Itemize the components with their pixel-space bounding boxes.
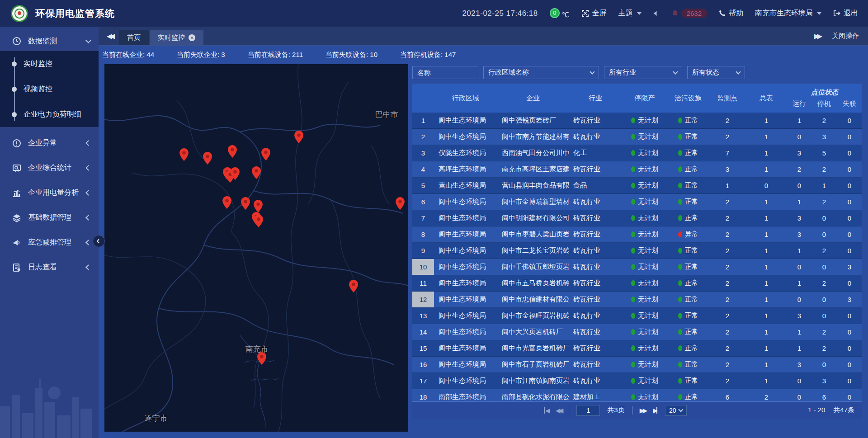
- map-pin-icon[interactable]: [222, 196, 231, 209]
- sidebar-group-企业异常[interactable]: 企业异常: [0, 131, 99, 155]
- table-row[interactable]: 16阆中生态环境局阆中市石子页岩机砖厂砖瓦行业无计划正常21300: [412, 357, 862, 373]
- org-dropdown[interactable]: 南充市生态环境局: [755, 9, 821, 18]
- cell-industry: 砖瓦行业: [569, 340, 622, 356]
- status-dot-green-icon: [631, 134, 635, 140]
- page-size-value: 20: [669, 407, 676, 414]
- table-row[interactable]: 3仪陇生态环境局西南油气田分公司川中化工无计划正常71350: [412, 145, 862, 161]
- cell-lost: 0: [836, 308, 862, 324]
- tab-首页[interactable]: 首页: [119, 30, 149, 45]
- name-filter-input[interactable]: [417, 69, 473, 76]
- cell-points: 7: [709, 145, 746, 161]
- map-pin-icon[interactable]: [257, 352, 266, 365]
- map-pin-icon[interactable]: [179, 148, 189, 161]
- map-pin-icon[interactable]: [203, 152, 212, 165]
- table-row[interactable]: 12阆中生态环境局阆中市忠信建材有限公砖瓦行业无计划正常21003: [412, 292, 862, 308]
- sidebar-group-基础数据管理[interactable]: 基础数据管理: [0, 205, 99, 230]
- tab-close-icon[interactable]: ✕: [189, 34, 195, 41]
- mute-speaker-button[interactable]: [653, 10, 660, 17]
- next-page-button[interactable]: ▶▶: [640, 407, 646, 414]
- tab-label: 首页: [127, 33, 141, 42]
- sidebar-item-实时监控[interactable]: 实时监控: [0, 51, 99, 76]
- map-panel[interactable]: 巴中市 南充市 遂宁市: [104, 64, 408, 432]
- notifications[interactable]: 2632: [672, 9, 707, 18]
- table-row[interactable]: 18南部生态环境局南部县砚化水泥有限公建材加工无计划正常62060: [412, 389, 862, 401]
- table-row[interactable]: 2阆中生态环境局阆中市南方节能建材有砖瓦行业无计划正常21030: [412, 129, 862, 145]
- map-pin-icon[interactable]: [349, 280, 358, 292]
- sidebar-group-label: 基础数据管理: [28, 213, 86, 222]
- theme-dropdown[interactable]: 主题: [618, 9, 642, 18]
- cell-facility: 异常: [667, 226, 709, 242]
- sidebar-group-数据监测[interactable]: 数据监测: [0, 31, 99, 51]
- cell-points: 2: [709, 210, 746, 226]
- table-row[interactable]: 13阆中生态环境局阆中市金福旺页岩机砖砖瓦行业无计划正常21300: [412, 308, 862, 324]
- prev-page-button[interactable]: ◀◀: [556, 407, 562, 414]
- cell-industry: 建材加工: [569, 389, 622, 401]
- cell-facility: 正常: [667, 373, 709, 389]
- table-row[interactable]: 15阆中生态环境局阆中市光富页岩机砖厂砖瓦行业无计划正常21120: [412, 340, 862, 357]
- industry-filter-select[interactable]: 所有行业: [604, 66, 682, 79]
- sidebar-group-企业综合统计[interactable]: 企业综合统计: [0, 155, 99, 180]
- fullscreen-icon: [581, 9, 589, 17]
- col-stop: 停机: [812, 99, 836, 108]
- cell-industry: 砖瓦行业: [569, 357, 622, 372]
- sidebar-group-应急减排管理[interactable]: 应急减排管理: [0, 230, 99, 255]
- table-row[interactable]: 9阆中生态环境局阆中市二龙长宝页岩砖砖瓦行业无计划正常21120: [412, 243, 862, 259]
- cell-points: 2: [709, 226, 746, 242]
- region-filter-select[interactable]: 行政区域名称: [483, 66, 599, 79]
- table-body: 1阆中生态环境局阆中强锐页岩砖厂砖瓦行业无计划正常211202阆中生态环境局阆中…: [412, 113, 862, 401]
- col-lost: 失联: [836, 99, 863, 108]
- tab-scroll-left-icon[interactable]: ◀◀: [107, 32, 113, 40]
- cell-lost: 0: [836, 226, 862, 242]
- sidebar-group-日志查看[interactable]: 日志查看: [0, 255, 99, 280]
- col-industry: 行业: [569, 84, 622, 113]
- map-pin-icon[interactable]: [254, 215, 263, 227]
- table-row[interactable]: 4高坪生态环境局南充市高坪区王家店建砖瓦行业无计划正常31220: [412, 161, 862, 178]
- last-page-button[interactable]: ▶: [653, 407, 658, 414]
- cell-region: 南部生态环境局: [434, 389, 497, 401]
- map-pin-icon[interactable]: [294, 131, 303, 143]
- map-pin-icon[interactable]: [254, 200, 263, 212]
- cell-region: 高坪生态环境局: [434, 161, 497, 177]
- cell-region: 阆中生态环境局: [434, 113, 497, 128]
- map-pin-icon[interactable]: [261, 148, 270, 160]
- table-row[interactable]: 14阆中生态环境局阆中大兴页岩机砖厂砖瓦行业无计划正常21120: [412, 324, 862, 340]
- table-row[interactable]: 5营山生态环境局营山县润丰肉食品有限食品无计划正常10010: [412, 178, 862, 194]
- table-row[interactable]: 10阆中生态环境局阆中千佛镇五郎垭页岩砖瓦行业无计划正常21003: [412, 259, 862, 275]
- cell-limit: 无计划: [622, 226, 667, 242]
- table-row[interactable]: 1阆中生态环境局阆中强锐页岩砖厂砖瓦行业无计划正常21120: [412, 113, 862, 129]
- status-filter-select[interactable]: 所有状态: [687, 66, 745, 79]
- table-row[interactable]: 11阆中生态环境局阆中市五马桥页岩机砖砖瓦行业无计划正常21120: [412, 275, 862, 292]
- fullscreen-button[interactable]: 全屏: [581, 9, 607, 18]
- table-row[interactable]: 7阆中生态环境局阆中明阳建材有限公司砖瓦行业无计划正常21300: [412, 210, 862, 226]
- first-page-button[interactable]: ◀: [543, 407, 548, 414]
- page-number-input[interactable]: [576, 405, 600, 416]
- cell-company: 阆中市忠信建材有限公: [497, 292, 569, 307]
- cell-stop: 0: [812, 357, 836, 372]
- map-pin-icon[interactable]: [396, 197, 405, 210]
- sidebar-group-企业用电量分析[interactable]: 企业用电量分析: [0, 180, 99, 205]
- top-header: 环保用电监管系统 2021-02-25 17:46:18 0 ℃ 全屏 主题: [0, 0, 868, 27]
- table-row[interactable]: 8阆中生态环境局阆中市枣碧大梁山页岩砖瓦行业无计划异常21300: [412, 226, 862, 243]
- table-row[interactable]: 17阆中生态环境局阆中市江南镇阆南页岩砖瓦行业无计划正常21030: [412, 373, 862, 389]
- sidebar-item-企业电力负荷明细[interactable]: 企业电力负荷明细: [0, 102, 99, 127]
- row-number: 10: [412, 259, 434, 275]
- map-pin-icon[interactable]: [228, 145, 237, 158]
- cell-stop: 0: [812, 259, 836, 275]
- status-dot-green-icon: [631, 231, 635, 237]
- theme-label: 主题: [618, 9, 633, 18]
- map-pin-icon[interactable]: [241, 197, 250, 210]
- page-size-select[interactable]: 20: [665, 405, 687, 416]
- status-dot-green-icon: [631, 394, 635, 400]
- sidebar-item-视频监控[interactable]: 视频监控: [0, 76, 99, 102]
- map-pin-icon[interactable]: [231, 167, 240, 180]
- sidebar-collapse-toggle[interactable]: [93, 235, 105, 247]
- close-operations-dropdown[interactable]: 关闭操作: [832, 32, 859, 40]
- name-filter[interactable]: [412, 66, 478, 79]
- tab-实时监控[interactable]: 实时监控✕: [150, 30, 203, 45]
- tab-scroll-right-icon[interactable]: ▶▶: [814, 32, 820, 40]
- logout-button[interactable]: 退出: [833, 9, 858, 18]
- map-pin-icon[interactable]: [252, 166, 261, 179]
- help-button[interactable]: 帮助: [719, 9, 743, 18]
- table-row[interactable]: 6阆中生态环境局阆中市金博瑞新型墙材砖瓦行业无计划正常21120: [412, 194, 862, 210]
- cell-industry: 砖瓦行业: [569, 324, 622, 340]
